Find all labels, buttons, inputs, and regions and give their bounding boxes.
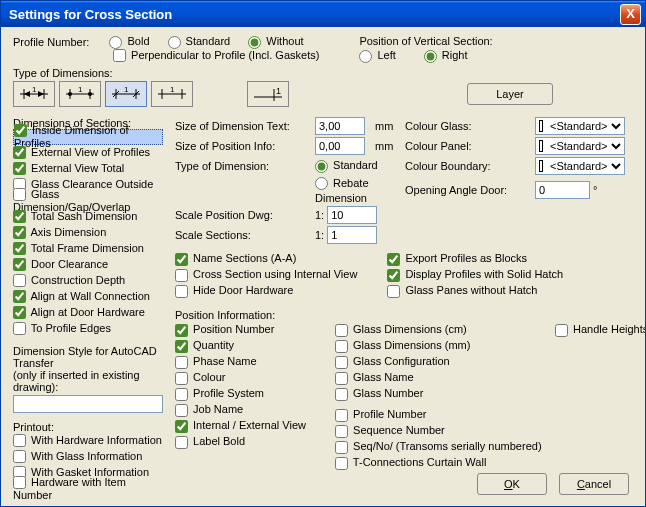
radio-right[interactable]: Right bbox=[424, 49, 468, 63]
list-item[interactable]: External View of Profiles bbox=[13, 145, 163, 161]
list-item[interactable]: Glass Dimensions (cm) bbox=[335, 323, 535, 338]
list-item[interactable]: Internal / External View bbox=[175, 419, 315, 434]
radio-without[interactable]: Without bbox=[248, 35, 303, 49]
list-item[interactable]: Align at Door Hardware bbox=[13, 305, 163, 321]
list-item[interactable]: Display Profiles with Solid Hatch bbox=[387, 268, 563, 283]
list-item[interactable]: Seq/No/ (Transoms serially numbered) bbox=[335, 440, 535, 455]
list-item[interactable]: Glass Number bbox=[335, 387, 535, 402]
list-item[interactable]: Glass Panes without Hatch bbox=[387, 284, 563, 299]
list-item[interactable]: Total Frame Dimension bbox=[13, 241, 163, 257]
check-handle-heights[interactable]: Handle Heights bbox=[555, 323, 646, 337]
titlebar: Settings for Cross Section X bbox=[1, 1, 645, 27]
dimstyle-label1: Dimension Style for AutoCAD Transfer bbox=[13, 345, 163, 369]
mid-checks-left: Name Sections (A-A) Cross Section using … bbox=[175, 252, 357, 299]
list-item[interactable]: Export Profiles as Blocks bbox=[387, 252, 563, 267]
colour-glass-label: Colour Glass: bbox=[405, 120, 535, 132]
dimtype-btn-5[interactable]: 1 bbox=[247, 81, 289, 107]
svg-text:1: 1 bbox=[124, 86, 129, 94]
layer-button[interactable]: Layer bbox=[467, 83, 553, 105]
list-item[interactable]: With Glass Information bbox=[13, 449, 163, 465]
svg-text:1: 1 bbox=[276, 86, 281, 96]
list-item[interactable]: Inside Dimension of Profiles bbox=[13, 129, 163, 145]
dimstyle-label2: (only if inserted in existing drawing): bbox=[13, 369, 163, 393]
list-item[interactable]: Align at Wall Connection bbox=[13, 289, 163, 305]
dimstyle-input[interactable] bbox=[13, 395, 163, 413]
svg-text:1: 1 bbox=[170, 86, 175, 94]
svg-marker-3 bbox=[24, 91, 30, 97]
type-dimensions-label: Type of Dimensions: bbox=[13, 67, 633, 79]
posinfo-col2b: Profile Number Sequence Number Seq/No/ (… bbox=[335, 408, 535, 471]
window-title: Settings for Cross Section bbox=[9, 7, 620, 22]
open-angle-input[interactable] bbox=[535, 181, 590, 199]
posinfo-col3: Handle Heights bbox=[555, 323, 646, 471]
list-item[interactable]: T-Connections Curtain Wall bbox=[335, 456, 535, 471]
cancel-button[interactable]: Cancel bbox=[559, 473, 629, 495]
svg-marker-4 bbox=[38, 91, 44, 97]
list-item[interactable]: Profile Number bbox=[335, 408, 535, 423]
printout-label: Printout: bbox=[13, 421, 163, 433]
scale-sections-label: Scale Sections: bbox=[175, 229, 315, 241]
colour-glass-select[interactable]: <Standard> bbox=[535, 117, 625, 135]
svg-text:1: 1 bbox=[78, 86, 83, 94]
colour-boundary-label: Colour Boundary: bbox=[405, 160, 535, 172]
list-item[interactable]: Glass Dimensions (mm) bbox=[335, 339, 535, 354]
list-item[interactable]: Profile System bbox=[175, 387, 315, 402]
list-item[interactable]: Name Sections (A-A) bbox=[175, 252, 357, 267]
size-dimtext-input[interactable] bbox=[315, 117, 365, 135]
size-dimtext-label: Size of Dimension Text: bbox=[175, 120, 315, 132]
printout-list: With Hardware Information With Glass Inf… bbox=[13, 433, 163, 497]
radio-dim-standard[interactable]: Standard bbox=[315, 159, 378, 171]
svg-point-10 bbox=[88, 92, 92, 96]
colour-boundary-select[interactable]: <Standard> bbox=[535, 157, 625, 175]
scale-posdwg-label: Scale Position Dwg: bbox=[175, 209, 315, 221]
list-item[interactable]: Colour bbox=[175, 371, 315, 386]
list-item[interactable]: Axis Dimension bbox=[13, 225, 163, 241]
dimtype-btn-4[interactable]: 1 bbox=[151, 81, 193, 107]
list-item[interactable]: Job Name bbox=[175, 403, 315, 418]
list-item[interactable]: Hardware with Item Number bbox=[13, 481, 163, 497]
list-item[interactable]: Glass Configuration bbox=[335, 355, 535, 370]
list-item[interactable]: With Hardware Information bbox=[13, 433, 163, 449]
list-item[interactable]: Quantity bbox=[175, 339, 315, 354]
posinfo-col1: Position Number Quantity Phase Name Colo… bbox=[175, 323, 315, 471]
scale-posdwg-input[interactable] bbox=[327, 206, 377, 224]
posinfo-label: Position Information: bbox=[175, 309, 646, 321]
list-item[interactable]: Sequence Number bbox=[335, 424, 535, 439]
radio-left[interactable]: Left bbox=[359, 49, 395, 63]
list-item[interactable]: Phase Name bbox=[175, 355, 315, 370]
list-item[interactable]: Door Clearance bbox=[13, 257, 163, 273]
radio-standard[interactable]: Standard bbox=[168, 35, 231, 49]
colour-panel-label: Colour Panel: bbox=[405, 140, 535, 152]
open-angle-label: Opening Angle Door: bbox=[405, 184, 535, 196]
svg-point-9 bbox=[68, 92, 72, 96]
list-item[interactable]: To Profile Edges bbox=[13, 321, 163, 337]
list-item[interactable]: Glass Name bbox=[335, 371, 535, 386]
colour-panel-select[interactable]: <Standard> bbox=[535, 137, 625, 155]
list-item[interactable]: Position Number bbox=[175, 323, 315, 338]
profile-number-label: Profile Number: bbox=[13, 36, 89, 48]
mid-checks-right: Export Profiles as Blocks Display Profil… bbox=[387, 252, 563, 299]
check-perpendicular[interactable]: Perpendicular to Profile (Incl. Gaskets) bbox=[113, 49, 319, 63]
list-item[interactable]: Glass Dimension/Gap/Overlap bbox=[13, 193, 163, 209]
radio-bold[interactable]: Bold bbox=[109, 35, 149, 49]
svg-text:1: 1 bbox=[32, 86, 37, 94]
list-item[interactable]: Label Bold bbox=[175, 435, 315, 450]
list-item[interactable]: Hide Door Hardware bbox=[175, 284, 357, 299]
close-button[interactable]: X bbox=[620, 4, 641, 25]
list-item[interactable]: Construction Depth bbox=[13, 273, 163, 289]
dimtype-btn-3[interactable]: 1 bbox=[105, 81, 147, 107]
ok-button[interactable]: OK bbox=[477, 473, 547, 495]
list-item[interactable]: Cross Section using Internal View bbox=[175, 268, 357, 283]
size-posinfo-label: Size of Position Info: bbox=[175, 140, 315, 152]
mm-label2: mm bbox=[375, 140, 405, 152]
dimtype-btn-2[interactable]: 1 bbox=[59, 81, 101, 107]
type-of-dim-label: Type of Dimension: bbox=[175, 160, 315, 172]
size-posinfo-input[interactable] bbox=[315, 137, 365, 155]
scale-sections-input[interactable] bbox=[327, 226, 377, 244]
posinfo-col2: Glass Dimensions (cm) Glass Dimensions (… bbox=[335, 323, 535, 402]
mm-label: mm bbox=[375, 120, 405, 132]
radio-dim-rebate[interactable]: Rebate Dimension bbox=[315, 177, 369, 204]
list-item[interactable]: External View Total bbox=[13, 161, 163, 177]
vert-section-label: Position of Vertical Section: bbox=[359, 35, 492, 47]
dimtype-btn-1[interactable]: 1 bbox=[13, 81, 55, 107]
